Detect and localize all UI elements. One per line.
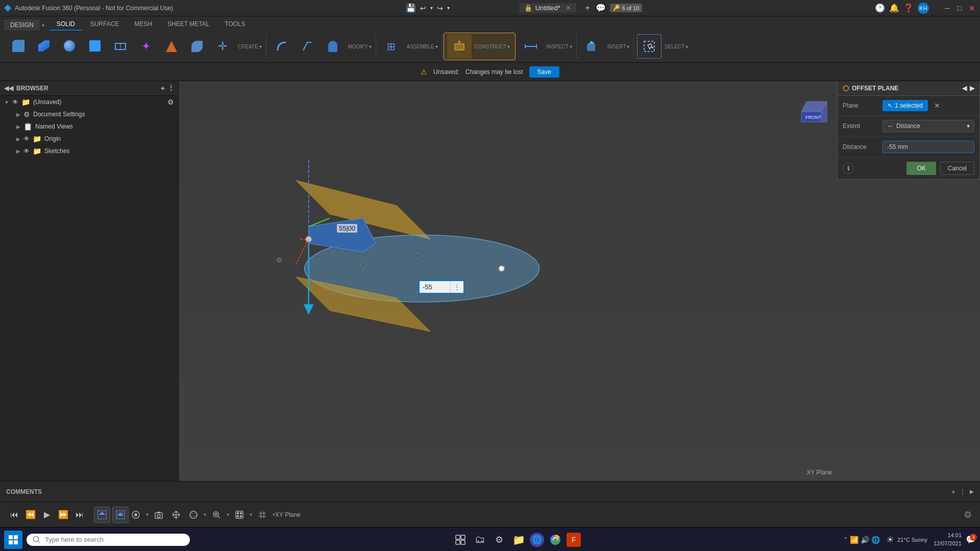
zoom-btn[interactable]: [209, 508, 224, 522]
start-button[interactable]: [4, 531, 22, 549]
redo-icon[interactable]: ↪: [437, 4, 443, 12]
box-btn[interactable]: [83, 34, 107, 59]
chrome-btn[interactable]: [547, 532, 564, 548]
distance-value-input[interactable]: [420, 281, 450, 293]
inspect-label[interactable]: INSPECT▾: [544, 44, 574, 49]
form-btn[interactable]: ✦: [134, 34, 158, 59]
save-icon[interactable]: 💾: [406, 3, 416, 13]
save-button[interactable]: Save: [529, 66, 559, 78]
folder-btn[interactable]: 📁: [510, 532, 527, 548]
split-btn[interactable]: [108, 34, 133, 59]
new-tab-btn[interactable]: ＋: [583, 3, 592, 13]
tab-solid[interactable]: SOLID: [50, 18, 82, 31]
search-bar[interactable]: [27, 534, 190, 546]
chat-icon[interactable]: 💬: [596, 3, 606, 13]
shell-btn[interactable]: [321, 34, 345, 59]
timeline-frame-2[interactable]: [112, 507, 129, 523]
extrude-btn[interactable]: [32, 34, 56, 59]
ok-button[interactable]: OK: [906, 162, 936, 175]
distance-input-popup[interactable]: ⋮: [419, 280, 464, 294]
snap-btn[interactable]: [129, 508, 143, 522]
distance-input[interactable]: [883, 141, 974, 153]
create-label[interactable]: CREATE▾: [236, 44, 264, 49]
chamfer-btn[interactable]: [295, 34, 320, 59]
design-dropdown[interactable]: DESIGN ▾: [4, 21, 44, 29]
close-btn[interactable]: ✕: [968, 4, 976, 12]
tray-up-arrow[interactable]: ⌃: [843, 536, 848, 543]
modify-label[interactable]: MODIFY▾: [346, 44, 374, 49]
fusion-btn[interactable]: F: [567, 533, 581, 547]
view-cube[interactable]: FRONT: [791, 86, 832, 127]
orbit-dropdown[interactable]: ▾: [204, 512, 206, 517]
redo-dropdown[interactable]: ▾: [447, 5, 450, 11]
browser-collapse-btn[interactable]: ◀◀: [4, 85, 13, 92]
browser-options-icon[interactable]: ⋮: [168, 84, 174, 92]
pan-btn[interactable]: [169, 508, 183, 522]
browser-btn[interactable]: 🌐: [530, 533, 544, 547]
timeline-frame-1[interactable]: [94, 507, 110, 523]
tab-sheet-metal[interactable]: SHEET METAL: [160, 18, 216, 31]
zoom-dropdown[interactable]: ▾: [227, 512, 229, 517]
offset-panel-collapse[interactable]: ◀: [962, 85, 967, 92]
notification-bell[interactable]: 🔔: [889, 3, 899, 13]
comments-options-btn[interactable]: ⋮: [960, 488, 966, 495]
file-explorer-btn[interactable]: 🗂: [472, 532, 488, 548]
viewport[interactable]: 55|00 ⋮ ⬡ OFFSET PLANE ◀ ▶ Plane: [179, 81, 980, 481]
insert-label[interactable]: INSERT▾: [605, 44, 632, 49]
play-btn[interactable]: ▶: [41, 509, 53, 521]
measure-btn[interactable]: [519, 34, 543, 59]
capture-btn[interactable]: [152, 508, 166, 522]
browser-sketches[interactable]: ▶ 👁 📁 Sketches: [0, 145, 178, 157]
fillet-btn[interactable]: [270, 34, 294, 59]
move-btn[interactable]: ✛: [210, 34, 235, 59]
comments-add-btn[interactable]: +: [951, 488, 955, 496]
new-component-btn[interactable]: [6, 34, 31, 59]
loft-btn[interactable]: [159, 34, 184, 59]
help-icon[interactable]: ❓: [903, 3, 914, 13]
plane-clear-btn[interactable]: ✕: [932, 102, 942, 110]
play-back-btn[interactable]: ⏪: [24, 509, 37, 521]
extent-dropdown[interactable]: ↔ Distance ▾: [883, 120, 974, 132]
grid-btn[interactable]: [255, 508, 270, 522]
insert-btn[interactable]: [580, 34, 604, 59]
offset-plane-btn[interactable]: [447, 34, 472, 59]
origin-eyeball[interactable]: 👁: [23, 135, 30, 142]
select-label[interactable]: SELECT▾: [663, 44, 690, 49]
browser-root-item[interactable]: ▼ 👁 📁 (Unsaved) ⚙: [0, 96, 178, 108]
joint-btn[interactable]: ⊞: [379, 34, 404, 59]
tab-tools[interactable]: TOOLS: [217, 18, 252, 31]
offset-panel-expand[interactable]: ▶: [970, 85, 974, 92]
browser-doc-settings[interactable]: ▶ ⚙ Document Settings: [0, 108, 178, 120]
display-mode-btn[interactable]: [232, 508, 247, 522]
search-input[interactable]: [45, 536, 167, 543]
comments-collapse-btn[interactable]: ▶: [970, 489, 974, 494]
clock-area[interactable]: 14:01 12/07/2021: [934, 532, 962, 547]
tab-surface[interactable]: SURFACE: [83, 18, 127, 31]
orbit-btn[interactable]: [186, 508, 201, 522]
select-btn[interactable]: [637, 34, 662, 59]
undo-dropdown[interactable]: ▾: [430, 5, 433, 11]
root-options[interactable]: ⚙: [167, 98, 174, 106]
construct-label[interactable]: CONSTRUCT▾: [473, 44, 512, 49]
settings-icon[interactable]: ⚙: [964, 510, 972, 520]
task-view-btn[interactable]: [452, 532, 469, 548]
notification-area[interactable]: 💬 3: [966, 535, 976, 544]
sketches-eyeball[interactable]: 👁: [23, 147, 30, 155]
browser-origin[interactable]: ▶ 👁 📁 Origin: [0, 133, 178, 145]
info-button[interactable]: ℹ: [843, 163, 854, 174]
undo-icon[interactable]: ↩: [420, 4, 426, 12]
skip-start-btn[interactable]: ⏮: [8, 509, 20, 521]
skip-end-btn[interactable]: ⏭: [74, 509, 86, 521]
browser-add-icon[interactable]: +: [161, 84, 165, 92]
browser-named-views[interactable]: ▶ 📋 Named Views: [0, 120, 178, 133]
tab-mesh[interactable]: MESH: [127, 18, 159, 31]
tab-close[interactable]: ✕: [566, 4, 571, 12]
settings-btn[interactable]: ⚙: [491, 532, 507, 548]
plane-selected-btn[interactable]: ↖ 1 selected: [883, 100, 928, 111]
root-eyeball[interactable]: 👁: [12, 98, 18, 106]
minimize-btn[interactable]: ─: [943, 4, 951, 12]
revolve-btn[interactable]: [57, 34, 82, 59]
maximize-btn[interactable]: □: [955, 4, 964, 12]
snap-dropdown[interactable]: ▾: [146, 512, 149, 517]
user-avatar[interactable]: KH: [918, 3, 929, 14]
